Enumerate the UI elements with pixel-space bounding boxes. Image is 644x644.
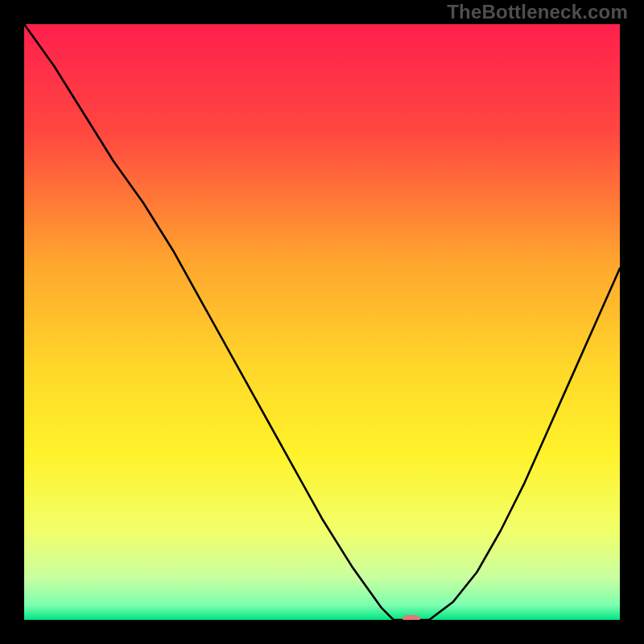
chart-svg bbox=[24, 24, 620, 620]
chart-background bbox=[24, 24, 620, 620]
plot-outer bbox=[24, 24, 620, 620]
watermark-text: TheBottleneck.com bbox=[447, 1, 628, 23]
chart-frame: TheBottleneck.com bbox=[0, 0, 644, 644]
current-point-marker bbox=[402, 615, 420, 620]
